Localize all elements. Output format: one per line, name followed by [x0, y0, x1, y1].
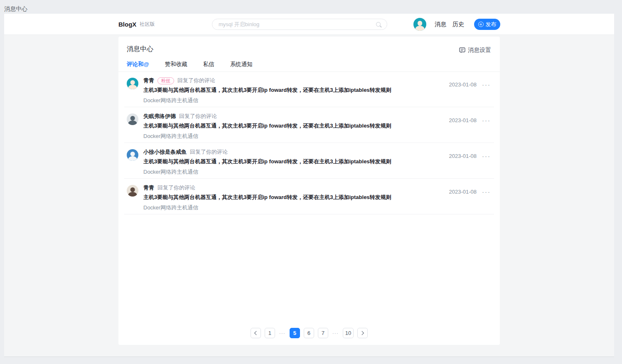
page-button-1[interactable]: 1 [265, 328, 275, 338]
tab-2[interactable]: 赞和收藏 [165, 61, 187, 68]
message-list: 青青 粉丝 回复了你的评论 主机3要能与其他两台机器互通，其次主机3要开启ip … [118, 71, 500, 214]
source-article-link[interactable]: Docker网络跨主机通信 [143, 97, 421, 104]
message-tabs: 评论和@赞和收藏私信系统通知 [127, 61, 253, 68]
publish-button[interactable]: 发布 [474, 19, 500, 30]
pagination-ellipsis: ··· [332, 330, 339, 336]
message-settings-button[interactable]: 消息设置 [459, 47, 491, 54]
page-button-6[interactable]: 6 [304, 328, 314, 338]
brand-edition-label: 社区版 [140, 21, 155, 28]
sender-name[interactable]: 青青 [143, 184, 154, 192]
prev-page-button[interactable] [251, 328, 261, 338]
brand-name: BlogX [118, 21, 136, 28]
sender-name[interactable]: 小徐小徐是条咸鱼 [143, 148, 187, 156]
fan-badge: 粉丝 [157, 77, 174, 84]
search-input[interactable] [212, 21, 376, 27]
sender-avatar[interactable] [127, 113, 138, 125]
action-text: 回复了你的评论 [177, 77, 215, 84]
publish-label: 发布 [486, 21, 497, 28]
plus-circle-icon [478, 22, 484, 27]
chevron-left-icon [254, 331, 258, 335]
more-actions-button[interactable]: ··· [482, 118, 491, 123]
pagination: 1···567···10 [118, 328, 500, 338]
top-navbar: BlogX 社区版 消息 历史 发布 [4, 14, 614, 35]
tab-3[interactable]: 私信 [203, 61, 214, 68]
comment-content[interactable]: 主机3要能与其他两台机器互通，其次主机3要开启ip foward转发，还要在主机… [143, 122, 421, 130]
action-text: 回复了你的评论 [190, 148, 228, 156]
source-article-link[interactable]: Docker网络跨主机通信 [143, 133, 421, 140]
app-frame: BlogX 社区版 消息 历史 发布 消息中心 消息设置 [4, 14, 614, 357]
source-article-link[interactable]: Docker网络跨主机通信 [143, 168, 421, 176]
action-text: 回复了你的评论 [157, 184, 195, 192]
tab-4[interactable]: 系统通知 [230, 61, 253, 68]
message-date: 2023-01-08 [449, 189, 477, 195]
message-date: 2023-01-08 [449, 153, 477, 159]
message-item[interactable]: 失眠弗洛伊德 回复了你的评论 主机3要能与其他两台机器互通，其次主机3要开启ip… [124, 107, 494, 143]
source-article-link[interactable]: Docker网络跨主机通信 [143, 204, 421, 212]
sender-name[interactable]: 失眠弗洛伊德 [143, 113, 176, 120]
search-icon[interactable] [376, 19, 387, 30]
action-text: 回复了你的评论 [179, 113, 217, 120]
nav-message-link[interactable]: 消息 [435, 14, 446, 35]
message-item[interactable]: 青青 粉丝 回复了你的评论 主机3要能与其他两台机器互通，其次主机3要开启ip … [124, 71, 494, 107]
pagination-ellipsis: ··· [279, 330, 286, 336]
tab-1[interactable]: 评论和@ [127, 61, 149, 68]
message-item[interactable]: 小徐小徐是条咸鱼 回复了你的评论 主机3要能与其他两台机器互通，其次主机3要开启… [124, 143, 494, 179]
more-actions-button[interactable]: ··· [482, 83, 491, 87]
window-title: 消息中心 [4, 5, 27, 13]
message-settings-label: 消息设置 [468, 47, 491, 54]
message-date: 2023-01-08 [449, 81, 477, 88]
message-item[interactable]: 青青 回复了你的评论 主机3要能与其他两台机器互通，其次主机3要开启ip fow… [124, 179, 494, 214]
chevron-right-icon [360, 331, 364, 335]
sender-name[interactable]: 青青 [143, 77, 154, 84]
message-settings-icon [459, 47, 465, 53]
user-avatar[interactable] [413, 18, 426, 31]
message-center-card: 消息中心 消息设置 评论和@赞和收藏私信系统通知 青青 粉丝 回复了 [118, 37, 500, 345]
sender-avatar[interactable] [127, 78, 138, 89]
message-date: 2023-01-08 [449, 117, 477, 123]
nav-history-link[interactable]: 历史 [452, 14, 464, 35]
page-button-7[interactable]: 7 [318, 328, 328, 338]
comment-content[interactable]: 主机3要能与其他两台机器互通，其次主机3要开启ip foward转发，还要在主机… [143, 158, 421, 165]
next-page-button[interactable] [357, 328, 368, 338]
comment-content[interactable]: 主机3要能与其他两台机器互通，其次主机3要开启ip foward转发，还要在主机… [143, 194, 421, 201]
page-button-10[interactable]: 10 [343, 328, 354, 338]
page-button-5[interactable]: 5 [290, 328, 300, 338]
brand-logo[interactable]: BlogX 社区版 [118, 14, 155, 35]
more-actions-button[interactable]: ··· [482, 190, 491, 194]
page-title: 消息中心 [127, 45, 153, 54]
sender-avatar[interactable] [127, 185, 138, 197]
search-bar [212, 19, 387, 30]
sender-avatar[interactable] [127, 149, 138, 161]
comment-content[interactable]: 主机3要能与其他两台机器互通，其次主机3要开启ip foward转发，还要在主机… [143, 86, 421, 94]
more-actions-button[interactable]: ··· [482, 154, 491, 158]
